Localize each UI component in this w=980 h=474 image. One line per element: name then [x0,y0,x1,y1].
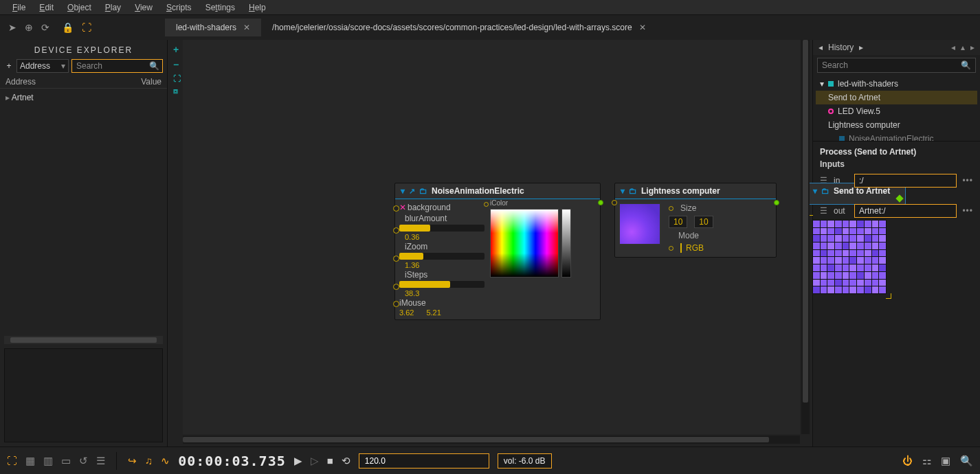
monitor-icon[interactable]: ▣ [941,455,950,467]
slider-bluramount[interactable] [399,224,485,233]
color-picker[interactable] [490,209,559,278]
address-selector[interactable]: Address [16,59,69,73]
in-address-input[interactable]: :/ [854,174,957,188]
tempo-input[interactable]: 120.0 [359,453,489,469]
add-tool-icon[interactable]: ⊕ [25,22,33,33]
frame-icon[interactable]: ⧈ [173,87,181,95]
menu-bar: File Edit Object Play View Scripts Setti… [0,0,980,15]
tree-item-artnet[interactable]: Artnet [5,91,162,104]
nav-next-icon[interactable]: ▸ [970,43,975,52]
chevron-down-icon[interactable]: ▾ [813,186,817,196]
node-title: Send to Artnet [834,186,890,196]
device-search-input[interactable]: Search 🔍 [71,59,163,73]
reload-tool-icon[interactable]: ⟳ [41,22,49,33]
volume-display[interactable]: vol: -6.0 dB [498,453,552,469]
panel1-icon[interactable]: ▦ [25,455,35,467]
output-port[interactable] [598,200,603,205]
col-address: Address [5,77,141,87]
music-icon[interactable]: ♫ [145,455,153,467]
param-imouse[interactable]: iMouse [399,297,485,308]
slider-isteps[interactable] [399,280,485,289]
search-icon: 🔍 [149,61,159,71]
canvas-v-scrollbar[interactable] [801,40,810,434]
close-icon[interactable]: ✕ [243,23,250,32]
pointer-tool-icon[interactable]: ➤ [8,22,16,33]
tab-path[interactable]: /home/jcelerier/ossia/score-docs/assets/… [261,19,657,36]
main-layout: DEVICE EXPLORER + Address Search 🔍 Addre… [0,40,980,447]
input-port[interactable] [612,200,617,205]
canvas-h-scrollbar[interactable] [183,436,800,444]
add-device-button[interactable]: + [4,61,14,71]
menu-settings[interactable]: Settings [199,1,242,14]
menu-help[interactable]: Help [242,1,273,14]
panel2-icon[interactable]: ▥ [43,455,53,467]
size-h-input[interactable]: 10 [694,216,713,228]
device-explorer: DEVICE EXPLORER + Address Search 🔍 Addre… [0,40,168,447]
menu-file[interactable]: File [5,1,32,14]
slider-izoom[interactable] [399,252,485,261]
more-icon[interactable]: ••• [962,206,973,216]
rewind-button[interactable]: ⟲ [342,455,350,467]
external-link-icon[interactable]: ↗ [409,187,415,196]
nav-prev-icon[interactable]: ◂ [951,43,955,52]
object-tree[interactable]: ▾led-with-shaders Send to Artnet LED Vie… [813,76,980,142]
mode-select[interactable]: RGB [680,243,704,253]
output-port[interactable] [774,200,779,205]
close-icon[interactable]: ✕ [639,23,646,32]
led-preview [812,220,887,294]
fit-icon[interactable]: ⛶ [173,74,181,82]
tab-active-label: led-with-shaders [176,23,236,32]
zoom-in-icon[interactable]: + [173,44,181,55]
stop-button[interactable]: ■ [327,455,333,466]
device-tree[interactable]: Artnet [0,89,167,336]
menu-scripts[interactable]: Scripts [159,1,199,14]
node-lightness[interactable]: ▾ 🗀 Lightness computer Size 10 10 Mode [614,183,777,258]
loop-icon[interactable]: ↪ [128,455,137,467]
tree-root[interactable]: ▾led-with-shaders [816,77,977,91]
chevron-down-icon[interactable]: ▾ [401,186,405,196]
tree-send-artnet[interactable]: Send to Artnet [816,91,977,104]
chevron-left-icon[interactable]: ◂ [818,43,823,52]
chevron-down-icon[interactable]: ▾ [621,186,625,196]
tree-noise[interactable]: NoiseAnimationElectric [816,132,977,142]
power-icon[interactable]: ⏻ [902,455,913,466]
canvas-area: + − ⛶ ⧈ ▾ ↗ 🗀 NoiseAnimationElectric [168,40,812,447]
selection-tool-icon[interactable]: ⛶ [82,22,91,33]
tab-active[interactable]: led-with-shaders ✕ [165,19,261,36]
log-icon[interactable]: ☰ [96,455,105,467]
mixer-icon[interactable]: ⚏ [922,455,931,467]
node-canvas[interactable]: ▾ ↗ 🗀 NoiseAnimationElectric ✕background… [183,40,800,434]
search-icon[interactable]: 🔍 [960,455,973,467]
folder-icon: 🗀 [821,186,829,196]
history-header: ◂ History ▸ ◂ ▴ ▸ [813,40,980,55]
panel3-icon[interactable]: ▭ [61,455,71,467]
inspector-search-input[interactable]: Search 🔍 [817,58,976,73]
menu-edit[interactable]: Edit [32,1,60,14]
size-w-input[interactable]: 10 [669,216,687,228]
play-button[interactable]: ▶ [294,455,302,467]
history-icon[interactable]: ↺ [79,455,88,467]
scenario-icon[interactable]: ⛶ [7,455,17,466]
tree-led-view[interactable]: LED View.5 [816,104,977,118]
menu-object[interactable]: Object [60,1,98,14]
transport-bar: ⛶ ▦ ▥ ▭ ↺ ☰ ↪ ♫ ∿ 00:00:03.735 ▶ ▷ ■ ⟲ 1… [0,447,980,474]
play-outline-button[interactable]: ▷ [311,455,319,467]
inputs-label: Inputs [813,159,980,172]
tree-lightness[interactable]: Lightness computer [816,118,977,132]
param-background[interactable]: ✕background [399,202,485,213]
menu-view[interactable]: View [128,1,159,14]
brightness-slider[interactable] [561,209,571,278]
preview-image [619,203,660,245]
node-noise[interactable]: ▾ ↗ 🗀 NoiseAnimationElectric ✕background… [394,183,601,320]
nav-up-icon[interactable]: ▴ [961,43,965,52]
out-address-input[interactable]: Artnet:/ [854,204,957,218]
more-icon[interactable]: ••• [962,176,973,185]
chevron-right-icon[interactable]: ▸ [859,43,863,52]
wave-icon[interactable]: ∿ [161,455,170,467]
canvas-toolbar: + − ⛶ ⧈ [173,44,181,95]
zoom-out-icon[interactable]: − [173,59,181,70]
device-preview [4,348,163,442]
lock-icon[interactable]: 🔒 [62,22,74,33]
horizontal-scrollbar[interactable] [4,336,163,344]
menu-play[interactable]: Play [98,1,128,14]
